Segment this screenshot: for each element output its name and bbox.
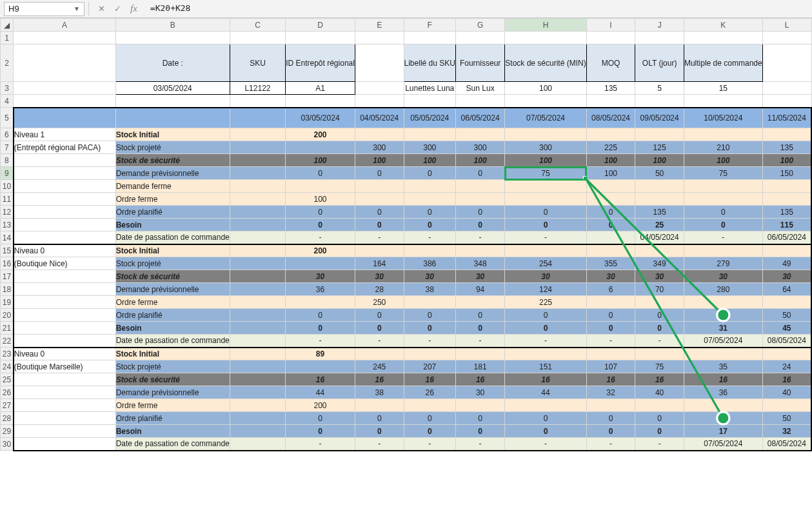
data-cell[interactable]: 355 <box>586 257 635 270</box>
data-cell[interactable]: 0 <box>635 322 684 335</box>
data-cell[interactable]: 0 <box>505 322 586 335</box>
row-header[interactable]: 15 <box>1 244 14 257</box>
data-cell[interactable] <box>586 128 635 141</box>
date-header[interactable]: 07/05/2024 <box>505 108 586 128</box>
data-cell[interactable]: 16 <box>355 373 404 386</box>
row-label[interactable]: Demande prévisionnelle <box>115 167 230 180</box>
data-cell[interactable]: 31 <box>684 322 762 335</box>
data-cell[interactable]: 49 <box>762 257 811 270</box>
data-cell[interactable]: 0 <box>404 322 455 335</box>
data-cell[interactable]: 30 <box>455 270 504 283</box>
date-header[interactable]: 05/05/2024 <box>404 108 455 128</box>
data-cell[interactable] <box>684 399 762 412</box>
data-cell[interactable]: - <box>455 335 504 348</box>
hdr-stock-label[interactable]: Stock de sécurité (MIN) <box>505 44 586 82</box>
cell[interactable] <box>230 95 285 108</box>
data-cell[interactable] <box>505 399 586 412</box>
hdr-fourn-val[interactable]: Sun Lux <box>455 82 504 95</box>
data-cell[interactable]: 181 <box>455 360 504 373</box>
cell[interactable] <box>14 32 115 44</box>
row-label[interactable]: Ordre planifié <box>115 309 230 322</box>
date-header[interactable]: 11/05/2024 <box>762 108 811 128</box>
date-header[interactable]: 03/05/2024 <box>286 108 355 128</box>
data-cell[interactable]: 100 <box>286 154 355 167</box>
date-header[interactable]: 06/05/2024 <box>455 108 504 128</box>
data-cell[interactable]: 135 <box>762 206 811 219</box>
col-header[interactable]: C <box>230 19 285 32</box>
data-cell[interactable]: 30 <box>684 270 762 283</box>
data-cell[interactable]: 30 <box>286 270 355 283</box>
row-header[interactable]: 19 <box>1 296 14 309</box>
data-cell[interactable] <box>505 244 586 257</box>
data-cell[interactable] <box>635 348 684 360</box>
data-cell[interactable]: - <box>286 438 355 451</box>
date-header[interactable]: 10/05/2024 <box>684 108 762 128</box>
data-cell[interactable]: - <box>404 335 455 348</box>
data-cell[interactable] <box>684 193 762 206</box>
blank[interactable] <box>14 219 115 231</box>
data-cell[interactable]: 100 <box>635 154 684 167</box>
data-cell[interactable]: 107 <box>586 360 635 373</box>
blank[interactable] <box>14 283 115 296</box>
row-label[interactable]: Stock de sécurité <box>115 270 230 283</box>
data-cell[interactable] <box>455 128 504 141</box>
blank[interactable] <box>14 425 115 438</box>
data-cell[interactable]: 124 <box>505 283 586 296</box>
data-cell[interactable]: 16 <box>635 373 684 386</box>
row-header[interactable]: 16 <box>1 257 14 270</box>
cell[interactable] <box>455 95 504 108</box>
row-label[interactable]: Stock projeté <box>115 360 230 373</box>
col-header[interactable]: K <box>684 19 762 32</box>
data-cell[interactable]: 100 <box>586 167 635 180</box>
row-header[interactable]: 28 <box>1 412 14 425</box>
data-cell[interactable] <box>355 244 404 257</box>
row-label[interactable]: Demande prévisionnelle <box>115 283 230 296</box>
row-header[interactable]: 27 <box>1 399 14 412</box>
row-label[interactable]: Stock projeté <box>115 257 230 270</box>
col-header[interactable]: E <box>355 19 404 32</box>
data-cell[interactable] <box>355 348 404 360</box>
data-cell[interactable]: 28 <box>355 283 404 296</box>
data-cell[interactable] <box>404 244 455 257</box>
data-cell[interactable]: 0 <box>635 412 684 425</box>
data-cell[interactable]: 254 <box>505 257 586 270</box>
data-cell[interactable] <box>684 296 762 309</box>
data-cell[interactable]: 16 <box>586 373 635 386</box>
col-header[interactable]: A <box>14 19 115 32</box>
blank[interactable] <box>230 425 285 438</box>
data-cell[interactable]: 225 <box>586 141 635 154</box>
data-cell[interactable]: - <box>455 231 504 244</box>
data-cell[interactable]: 89 <box>286 348 355 360</box>
blank[interactable] <box>230 154 285 167</box>
data-cell[interactable]: 16 <box>505 373 586 386</box>
row-label[interactable]: Stock projeté <box>115 141 230 154</box>
data-cell[interactable]: - <box>404 438 455 451</box>
data-cell[interactable]: - <box>455 438 504 451</box>
cell[interactable] <box>762 32 811 44</box>
data-cell[interactable]: 0 <box>404 206 455 219</box>
data-cell[interactable]: - <box>286 335 355 348</box>
col-header[interactable]: D <box>286 19 355 32</box>
row-header[interactable]: 22 <box>1 335 14 348</box>
blank[interactable] <box>14 231 115 244</box>
row-label[interactable]: Date de passation de commande <box>115 231 230 244</box>
data-cell[interactable]: 50 <box>684 309 762 322</box>
cell[interactable] <box>14 44 115 82</box>
data-cell[interactable]: - <box>286 231 355 244</box>
data-cell[interactable]: 0 <box>684 219 762 231</box>
data-cell[interactable]: 0 <box>505 309 586 322</box>
data-cell[interactable] <box>762 296 811 309</box>
data-cell[interactable]: 07/05/2024 <box>684 438 762 451</box>
data-cell[interactable]: 50 <box>762 412 811 425</box>
data-cell[interactable]: 94 <box>455 283 504 296</box>
cell[interactable] <box>286 95 355 108</box>
blank[interactable] <box>14 154 115 167</box>
section-site[interactable]: (Entrepôt régional PACA) <box>14 141 115 154</box>
row-label[interactable]: Demande ferme <box>115 180 230 193</box>
data-cell[interactable]: 0 <box>286 412 355 425</box>
blank[interactable] <box>14 399 115 412</box>
data-cell[interactable]: 225 <box>505 296 586 309</box>
data-cell[interactable] <box>635 128 684 141</box>
data-cell[interactable]: 70 <box>635 283 684 296</box>
blank[interactable] <box>230 360 285 373</box>
